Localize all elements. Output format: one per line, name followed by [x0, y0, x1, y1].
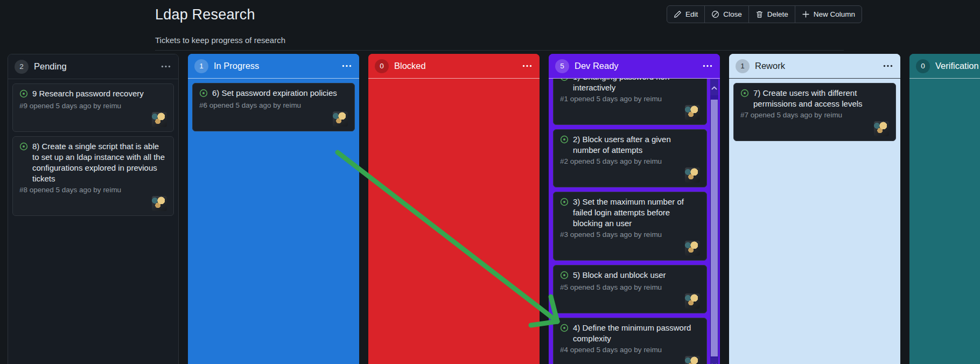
- column-header: 1 In Progress: [188, 54, 359, 79]
- column-count-badge: 5: [555, 59, 569, 73]
- column-title: In Progress: [214, 61, 259, 71]
- issue-card[interactable]: 3) Set the maximum number of failed logi…: [553, 192, 707, 261]
- issue-meta: #8 opened 5 days ago by reimu: [19, 185, 167, 195]
- column-header: 2 Pending: [8, 54, 178, 79]
- card-list: 7) Create users with different permissio…: [729, 79, 900, 145]
- edit-button[interactable]: Edit: [667, 5, 705, 23]
- scroll-up-button[interactable]: [710, 79, 718, 95]
- chevron-down-icon: [711, 361, 717, 364]
- issue-meta: #1 opened 5 days ago by reimu: [560, 94, 700, 104]
- issue-meta: #5 opened 5 days ago by reimu: [560, 282, 700, 292]
- board-toolbar: Edit Close Delete New Column: [667, 5, 862, 23]
- issue-open-icon: [740, 89, 749, 109]
- column-count-badge: 0: [916, 59, 930, 73]
- column-blocked: 0 Blocked: [368, 54, 540, 364]
- card-list: 1) Changing password non interactively #…: [549, 79, 720, 364]
- avatar[interactable]: [333, 111, 348, 127]
- issue-title[interactable]: 7) Create users with different permissio…: [753, 88, 889, 109]
- close-button-label: Close: [723, 10, 742, 18]
- column-menu-button[interactable]: [702, 62, 713, 69]
- issue-title[interactable]: 8) Create a single script that is able t…: [32, 141, 167, 184]
- column-menu-button[interactable]: [341, 62, 353, 69]
- column-header: 1 Rework: [729, 54, 900, 79]
- issue-meta: #4 opened 5 days ago by reimu: [560, 345, 700, 355]
- issue-card[interactable]: 5) Block and unblock user #5 opened 5 da…: [553, 265, 707, 313]
- page-title: Ldap Research: [155, 6, 255, 23]
- issue-title[interactable]: 6) Set password expiration policies: [212, 88, 337, 100]
- issue-card[interactable]: 4) Define the minimum password complexit…: [553, 318, 707, 364]
- page-description: Tickets to keep progress of research: [155, 36, 285, 45]
- issue-card[interactable]: 2) Block users after a given number of a…: [553, 129, 707, 187]
- column-title: Blocked: [394, 61, 426, 71]
- avatar[interactable]: [685, 293, 700, 309]
- issue-meta: #2 opened 5 days ago by reimu: [560, 156, 700, 166]
- issue-title[interactable]: 9 Research password recovery: [32, 88, 144, 100]
- avatar[interactable]: [685, 356, 700, 364]
- issue-title[interactable]: 3) Set the maximum number of failed logi…: [573, 197, 700, 229]
- column-header: 0 Blocked: [368, 54, 540, 79]
- column-count-badge: 1: [194, 59, 208, 73]
- pencil-icon: [674, 10, 682, 18]
- header-divider: [155, 50, 844, 51]
- column-menu-button[interactable]: [160, 63, 172, 70]
- scrollbar-thumb[interactable]: [711, 100, 718, 356]
- delete-button[interactable]: Delete: [748, 5, 795, 23]
- new-column-button[interactable]: New Column: [795, 5, 862, 23]
- avatar[interactable]: [152, 196, 167, 211]
- edit-button-label: Edit: [685, 10, 698, 18]
- column-pending: 2 Pending 9 Research password recovery #…: [8, 54, 179, 364]
- column-menu-button[interactable]: [882, 62, 894, 69]
- column-title: Dev Ready: [575, 61, 619, 71]
- delete-button-label: Delete: [767, 10, 788, 18]
- column-count-badge: 2: [15, 60, 29, 74]
- column-count-badge: 0: [375, 59, 389, 73]
- avatar[interactable]: [152, 112, 167, 127]
- card-list: [368, 79, 540, 87]
- avatar[interactable]: [874, 121, 889, 136]
- avatar[interactable]: [685, 105, 700, 120]
- plus-icon: [802, 10, 810, 18]
- chevron-up-icon: [711, 83, 717, 92]
- column-scrollbar[interactable]: [710, 79, 718, 364]
- slash-circle-icon: [711, 10, 719, 18]
- column-title: Pending: [34, 61, 67, 72]
- new-column-button-label: New Column: [814, 10, 855, 18]
- issue-open-icon: [560, 271, 569, 282]
- kebab-icon: [522, 65, 532, 67]
- scroll-down-button[interactable]: [710, 358, 718, 364]
- card-list: [909, 79, 980, 87]
- project-board-page: Ldap Research Tickets to keep progress o…: [0, 0, 980, 364]
- column-header: 5 Dev Ready: [549, 54, 720, 79]
- column-verification: 0 Verification: [909, 54, 980, 364]
- issue-open-icon: [19, 89, 28, 100]
- avatar[interactable]: [685, 167, 700, 183]
- issue-meta: #7 opened 5 days ago by reimu: [740, 110, 889, 120]
- column-header: 0 Verification: [909, 54, 980, 79]
- issue-card[interactable]: 7) Create users with different permissio…: [733, 83, 896, 141]
- column-in-progress: 1 In Progress 6) Set password expiration…: [188, 54, 359, 364]
- issue-open-icon: [560, 135, 569, 156]
- issue-card[interactable]: 8) Create a single script that is able t…: [12, 136, 174, 216]
- issue-meta: #9 opened 5 days ago by reimu: [19, 101, 167, 111]
- card-list: 6) Set password expiration policies #6 o…: [188, 79, 359, 136]
- issue-title[interactable]: 2) Block users after a given number of a…: [573, 134, 700, 156]
- kebab-icon: [342, 65, 352, 67]
- card-list: 9 Research password recovery #9 opened 5…: [8, 79, 178, 220]
- issue-open-icon: [560, 324, 569, 344]
- trash-icon: [755, 10, 764, 18]
- issue-card[interactable]: 6) Set password expiration policies #6 o…: [192, 83, 355, 131]
- issue-open-icon: [199, 89, 208, 100]
- kebab-icon: [161, 65, 171, 68]
- close-button[interactable]: Close: [704, 5, 749, 23]
- column-count-badge: 1: [736, 59, 750, 73]
- issue-open-icon: [19, 142, 28, 184]
- issue-card[interactable]: 9 Research password recovery #9 opened 5…: [12, 83, 174, 132]
- issue-title[interactable]: 5) Block and unblock user: [573, 270, 666, 282]
- kebab-icon: [883, 65, 893, 67]
- avatar[interactable]: [685, 241, 700, 256]
- column-menu-button[interactable]: [521, 62, 533, 69]
- column-title: Rework: [755, 61, 785, 71]
- column-title: Verification: [935, 61, 979, 71]
- issue-meta: #3 opened 5 days ago by reimu: [560, 229, 700, 240]
- issue-title[interactable]: 4) Define the minimum password complexit…: [573, 323, 700, 344]
